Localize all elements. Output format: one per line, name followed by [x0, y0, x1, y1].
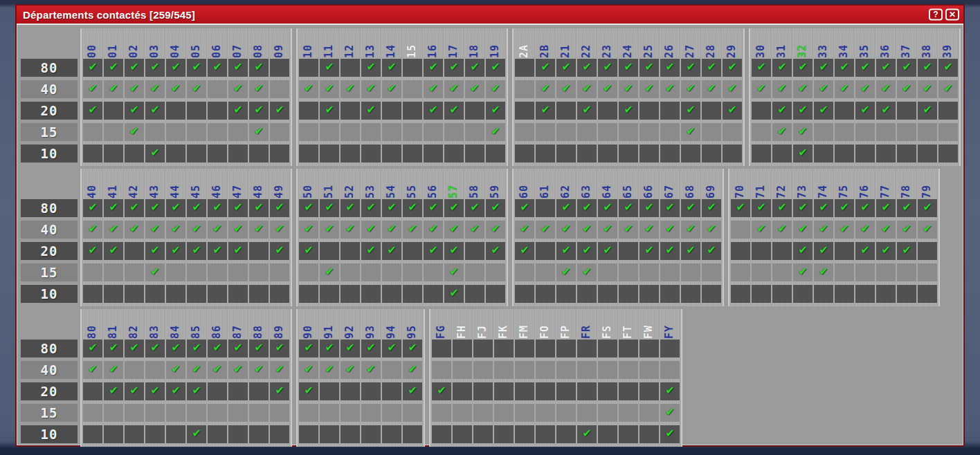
dept-column-2B: 2B✔✔✔: [536, 28, 555, 166]
title-bar[interactable]: Départements contactés [259/545] ? ✕: [17, 6, 963, 25]
cell-49-10: [270, 285, 289, 303]
cell-17-15: [444, 123, 464, 141]
cell-FP-40: [556, 361, 576, 379]
dept-header-86: 86: [208, 309, 227, 340]
cell-80-80: ✔: [83, 340, 102, 358]
cell-05-20: [187, 102, 206, 120]
dept-header-30: 30: [752, 28, 771, 59]
cell-79-20: [918, 242, 937, 260]
cell-55-20: [403, 242, 422, 260]
check-icon: ✔: [520, 223, 529, 234]
check-icon: ✔: [819, 266, 828, 277]
check-icon: ✔: [428, 202, 437, 213]
cell-68-10: [681, 285, 700, 303]
dept-column-15: 15: [403, 28, 422, 166]
band-label-80: 80: [21, 340, 78, 358]
cell-03-15: [145, 123, 165, 141]
cell-78-80: ✔: [897, 199, 916, 217]
check-icon: ✔: [798, 223, 807, 234]
cell-45-20: ✔: [187, 242, 206, 260]
cell-53-80: ✔: [361, 199, 381, 217]
cell-95-40: ✔: [403, 361, 422, 379]
check-icon: ✔: [561, 202, 570, 213]
dept-code-label: 88: [253, 325, 264, 339]
check-icon: ✔: [727, 62, 736, 73]
dept-header-55: 55: [403, 169, 422, 199]
cell-68-40: ✔: [681, 221, 700, 239]
cell-FJ-20: [473, 382, 493, 400]
dept-column-63: 63✔✔✔✔: [577, 169, 597, 306]
check-icon: ✔: [304, 364, 313, 375]
check-icon: ✔: [603, 83, 612, 94]
check-icon: ✔: [881, 223, 890, 234]
dept-header-45: 45: [187, 169, 206, 199]
dept-code-label: 23: [602, 44, 613, 58]
dept-column-10: 10✔: [299, 28, 318, 166]
cell-54-10: [382, 285, 401, 303]
check-icon: ✔: [233, 223, 242, 234]
dept-column-38: 38✔✔✔: [918, 28, 937, 166]
dept-column-49: 49✔✔✔: [270, 169, 289, 306]
dept-column-25: 25✔✔: [639, 28, 659, 166]
dept-header-74: 74: [814, 169, 833, 199]
check-icon: ✔: [449, 288, 458, 299]
cell-41-10: [104, 285, 123, 303]
check-icon: ✔: [88, 83, 97, 94]
cell-85-40: ✔: [187, 361, 206, 379]
cell-68-80: ✔: [681, 199, 700, 217]
dept-header-41: 41: [104, 169, 123, 199]
dept-header-46: 46: [208, 169, 227, 199]
dept-code-label: 24: [623, 44, 634, 58]
close-button[interactable]: ✕: [945, 9, 959, 21]
cell-FR-20: [577, 382, 597, 400]
dept-column-55: 55✔✔: [403, 169, 422, 306]
dept-column-34: 34✔✔: [835, 28, 854, 166]
check-icon: ✔: [150, 202, 159, 213]
band-label-15: 15: [21, 123, 78, 141]
cell-16-20: ✔: [424, 102, 443, 120]
dept-column-64: 64✔✔✔: [598, 169, 617, 306]
check-icon: ✔: [582, 202, 591, 213]
check-icon: ✔: [233, 202, 242, 213]
cell-77-10: [876, 285, 896, 303]
cell-15-10: [403, 145, 422, 162]
dept-header-FP: FP: [556, 309, 576, 340]
dept-code-label: 58: [469, 185, 480, 198]
check-icon: ✔: [109, 245, 118, 256]
dept-header-25: 25: [639, 28, 659, 59]
dept-header-52: 52: [341, 169, 360, 199]
cell-62-15: ✔: [556, 263, 576, 281]
dept-header-92: 92: [341, 309, 360, 340]
cell-00-80: ✔: [83, 59, 102, 77]
dept-code-label: 46: [212, 185, 223, 198]
check-icon: ✔: [644, 62, 653, 73]
cell-61-20: [536, 242, 555, 260]
dept-column-36: 36✔✔✔: [876, 28, 896, 166]
check-icon: ✔: [923, 223, 932, 234]
cell-47-20: ✔: [228, 242, 248, 260]
dept-column-FW: FW: [639, 309, 659, 447]
dept-column-26: 26✔✔: [660, 28, 680, 166]
dept-code-label: 53: [365, 185, 376, 198]
cell-37-40: ✔: [897, 80, 916, 98]
dept-code-label: 60: [519, 185, 530, 198]
dept-header-42: 42: [125, 169, 144, 199]
cell-48-20: [249, 242, 269, 260]
dept-header-04: 04: [166, 28, 185, 59]
cell-01-80: ✔: [104, 59, 123, 77]
cell-28-10: [702, 145, 721, 162]
dept-column-69: 69✔✔✔: [702, 169, 721, 306]
check-icon: ✔: [943, 62, 952, 73]
cell-51-80: ✔: [320, 199, 339, 217]
cell-00-20: ✔: [83, 102, 102, 120]
check-icon: ✔: [408, 202, 417, 213]
cell-66-20: ✔: [639, 242, 659, 260]
help-button[interactable]: ?: [929, 9, 943, 21]
dept-header-44: 44: [166, 169, 185, 199]
dept-subgroup-1-3: 2A2B✔✔✔21✔✔22✔✔✔23✔✔24✔✔✔25✔✔26✔✔27✔✔✔✔2…: [514, 28, 743, 166]
dept-code-label: 90: [303, 325, 314, 339]
cell-77-80: ✔: [876, 199, 896, 217]
cell-FH-20: [453, 382, 472, 400]
check-icon: ✔: [88, 342, 97, 353]
dept-column-11: 11✔✔✔: [320, 28, 339, 166]
